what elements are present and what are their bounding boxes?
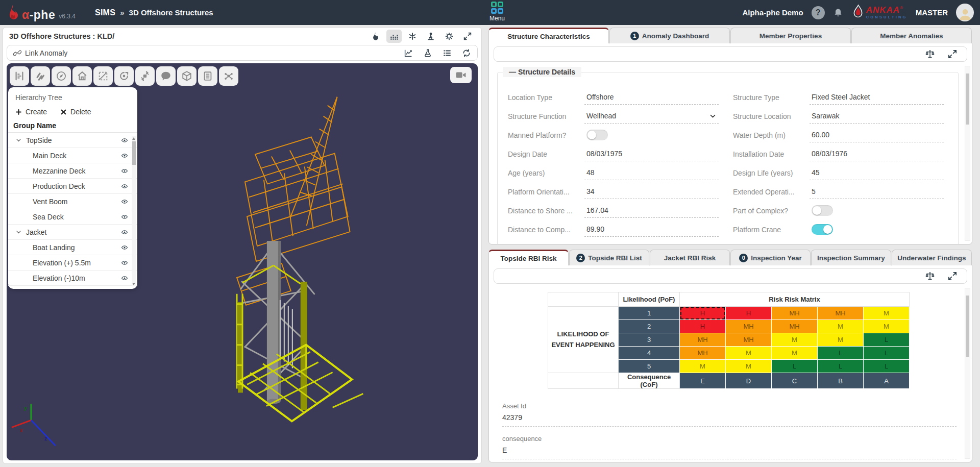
tool-home-button[interactable] (72, 66, 92, 86)
risk-cell-4-B[interactable]: L (818, 347, 864, 360)
flask-icon[interactable] (423, 48, 432, 58)
tab-member-anomalies[interactable]: Member Anomalies (851, 28, 972, 43)
field-manned-platform[interactable] (584, 128, 719, 142)
eye-icon[interactable] (120, 229, 129, 236)
menu-lines-icon[interactable] (443, 48, 452, 58)
tab-topside-rbi-list[interactable]: 2Topside RBI List (569, 250, 649, 265)
risk-cell-2-E[interactable]: H (680, 320, 726, 333)
tab-underwater-findings[interactable]: Underwater Findings (892, 250, 972, 265)
module-name[interactable]: SIMS (95, 8, 115, 17)
app-logo[interactable]: α-phe v6.3.4 (6, 5, 76, 21)
tree-row-boat-landing[interactable]: Boat Landing (8, 240, 137, 255)
tab-structure-characteristics[interactable]: Structure Characteristics (488, 28, 609, 43)
risk-cell-2-D[interactable]: MH (726, 320, 772, 333)
field-extended-operati[interactable]: 5 (810, 185, 944, 199)
tool-report-button[interactable] (198, 66, 217, 86)
risk-cell-5-D[interactable]: M (726, 360, 772, 373)
risk-cell-4-A[interactable]: L (864, 347, 910, 360)
risk-scrollbar[interactable] (965, 288, 970, 459)
eye-icon[interactable] (120, 198, 129, 205)
tool-members-button[interactable] (31, 66, 50, 86)
field-location-type[interactable]: Offshore (584, 90, 719, 105)
tool-network-button[interactable] (219, 66, 238, 86)
tree-row-elevation-5-5m[interactable]: Elevation (+) 5.5m (8, 255, 137, 271)
tab-member-properties[interactable]: Member Properties (730, 28, 851, 43)
risk-cell-5-A[interactable]: L (864, 360, 910, 373)
details-scrollbar[interactable] (965, 66, 970, 241)
risk-cell-3-A[interactable]: L (864, 333, 910, 347)
tree-row-elevation-10m[interactable]: Elevation (-)10m (8, 271, 137, 286)
expand-icon[interactable] (947, 49, 958, 59)
scale-icon[interactable] (925, 49, 935, 59)
tool-transform-button[interactable] (135, 66, 155, 86)
link-anomaly-button[interactable]: Link Anomaly (13, 49, 67, 57)
viewport-3d[interactable]: x y z Hierarchy Tree Create Delete (7, 63, 478, 460)
tree-row-mezzanine-deck[interactable]: Mezzanine Deck (8, 163, 137, 179)
menu-button[interactable]: Menu (484, 2, 510, 22)
tab-inspection-summary[interactable]: Inspection Summary (811, 250, 891, 265)
tool-tree-structure-button[interactable] (10, 66, 29, 86)
tab-inspection-year[interactable]: 0Inspection Year (730, 250, 811, 265)
eye-icon[interactable] (120, 259, 129, 266)
viewer-grid-dots-button[interactable] (386, 30, 402, 43)
risk-cell-1-A[interactable]: M (864, 307, 910, 320)
tree-row-main-deck[interactable]: Main Deck (8, 148, 137, 163)
risk-cell-2-B[interactable]: M (818, 320, 864, 333)
expand-icon[interactable] (947, 271, 958, 281)
risk-cell-5-E[interactable]: M (680, 360, 726, 373)
risk-cell-5-C[interactable]: L (772, 360, 818, 373)
risk-cell-3-E[interactable]: MH (680, 333, 726, 347)
tree-row-jacket[interactable]: Jacket (8, 225, 137, 240)
field-structure-location[interactable]: Sarawak (810, 109, 944, 124)
toggle-part-of-complex[interactable] (812, 205, 833, 216)
tool-orbit-button[interactable] (114, 66, 134, 86)
risk-cell-3-B[interactable]: M (818, 333, 864, 347)
risk-cell-1-E[interactable]: H (680, 307, 726, 320)
tree-row-production-deck[interactable]: Production Deck (8, 179, 137, 194)
refresh-icon[interactable] (462, 48, 471, 58)
risk-cell-4-C[interactable]: M (772, 347, 818, 360)
eye-icon[interactable] (120, 183, 129, 190)
camera-button[interactable] (450, 67, 472, 83)
field-platform-crane[interactable] (810, 223, 944, 237)
risk-cell-5-B[interactable]: L (818, 360, 864, 373)
tree-row-sea-deck[interactable]: Sea Deck (8, 209, 137, 225)
risk-cell-1-B[interactable]: MH (818, 307, 864, 320)
help-icon[interactable]: ? (812, 6, 825, 19)
field-installation-date[interactable]: 08/03/1976 (810, 147, 944, 161)
field-part-of-complex[interactable] (810, 204, 944, 218)
tool-compass-button[interactable] (52, 66, 71, 86)
field-age-years[interactable]: 48 (584, 166, 719, 180)
delete-button[interactable]: Delete (60, 108, 91, 116)
viewer-gear-button[interactable] (442, 30, 457, 43)
field-distance-to-shore[interactable]: 167.04 (584, 204, 719, 218)
risk-cell-2-C[interactable]: MH (772, 320, 818, 333)
field-design-date[interactable]: 08/03/1975 (584, 147, 719, 161)
risk-cell-1-C[interactable]: MH (772, 307, 818, 320)
line-chart-icon[interactable] (404, 48, 413, 58)
eye-icon[interactable] (120, 275, 129, 282)
toggle-platform-crane[interactable] (812, 224, 833, 235)
eye-icon[interactable] (120, 244, 129, 251)
toggle-manned-platform[interactable] (586, 130, 608, 140)
tool-comment-button[interactable] (156, 66, 176, 86)
tab-topside-rbi-risk[interactable]: Topside RBI Risk (488, 250, 569, 265)
field-structure-type[interactable]: Fixed Steel Jacket (810, 90, 944, 105)
tree-row-vent-boom[interactable]: Vent Boom (8, 194, 137, 209)
risk-cell-1-D[interactable]: H (726, 307, 772, 320)
field-distance-to-comp[interactable]: 89.90 (584, 223, 719, 237)
eye-icon[interactable] (120, 137, 129, 144)
tool-clear-selection-button[interactable] (93, 66, 113, 86)
user-avatar[interactable] (956, 4, 974, 21)
create-button[interactable]: Create (15, 108, 47, 116)
eye-icon[interactable] (120, 167, 129, 175)
field-design-life-years[interactable]: 45 (810, 166, 944, 180)
bell-icon[interactable] (833, 7, 843, 18)
risk-cell-3-D[interactable]: MH (726, 333, 772, 347)
scale-icon[interactable] (925, 271, 935, 281)
eye-icon[interactable] (120, 152, 129, 159)
risk-cell-4-E[interactable]: MH (680, 347, 726, 360)
risk-cell-4-D[interactable]: M (726, 347, 772, 360)
risk-cell-3-C[interactable]: M (772, 333, 818, 347)
risk-cell-2-A[interactable]: M (864, 320, 910, 333)
